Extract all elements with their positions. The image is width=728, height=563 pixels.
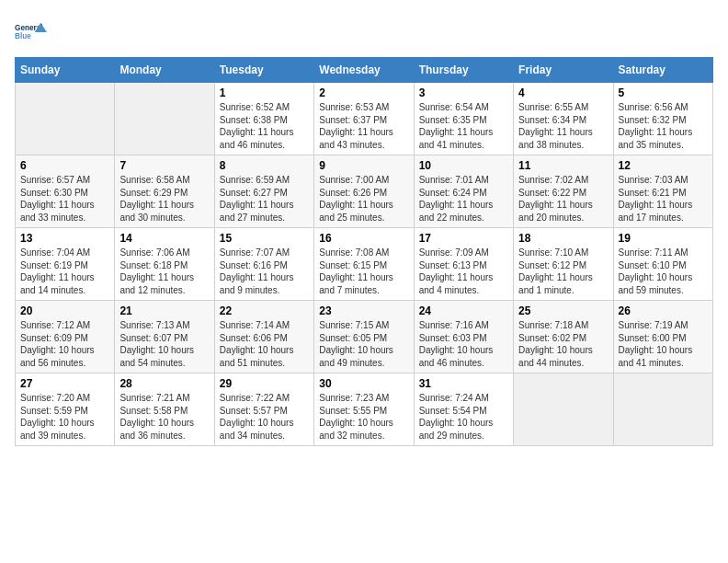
day-cell: 7Sunrise: 6:58 AM Sunset: 6:29 PM Daylig… <box>115 155 214 228</box>
day-cell: 15Sunrise: 7:07 AM Sunset: 6:16 PM Dayli… <box>214 228 313 301</box>
day-cell: 10Sunrise: 7:01 AM Sunset: 6:24 PM Dayli… <box>414 155 513 228</box>
day-number: 22 <box>220 304 309 317</box>
column-header-thursday: Thursday <box>414 58 513 83</box>
day-cell <box>115 83 214 155</box>
day-number: 20 <box>20 304 109 317</box>
week-row-3: 13Sunrise: 7:04 AM Sunset: 6:19 PM Dayli… <box>16 228 713 301</box>
day-cell: 3Sunrise: 6:54 AM Sunset: 6:35 PM Daylig… <box>414 83 513 155</box>
day-cell: 1Sunrise: 6:52 AM Sunset: 6:38 PM Daylig… <box>214 83 313 155</box>
day-number: 11 <box>518 159 608 172</box>
day-info: Sunrise: 7:21 AM Sunset: 5:58 PM Dayligh… <box>119 392 209 442</box>
day-number: 27 <box>20 377 109 390</box>
day-cell: 2Sunrise: 6:53 AM Sunset: 6:37 PM Daylig… <box>314 83 414 155</box>
day-info: Sunrise: 7:14 AM Sunset: 6:06 PM Dayligh… <box>220 319 309 369</box>
day-number: 28 <box>119 377 209 390</box>
day-cell: 23Sunrise: 7:15 AM Sunset: 6:05 PM Dayli… <box>314 301 414 373</box>
day-number: 10 <box>419 159 508 172</box>
day-cell: 26Sunrise: 7:19 AM Sunset: 6:00 PM Dayli… <box>613 301 712 373</box>
day-cell <box>514 373 613 446</box>
page-header: GeneralBlue <box>15 15 713 48</box>
day-number: 7 <box>119 159 209 172</box>
day-number: 14 <box>119 232 209 245</box>
day-info: Sunrise: 6:53 AM Sunset: 6:37 PM Dayligh… <box>319 101 408 151</box>
day-number: 19 <box>619 232 708 245</box>
week-row-4: 20Sunrise: 7:12 AM Sunset: 6:09 PM Dayli… <box>16 301 713 373</box>
day-info: Sunrise: 7:24 AM Sunset: 5:54 PM Dayligh… <box>419 392 508 442</box>
day-info: Sunrise: 7:01 AM Sunset: 6:24 PM Dayligh… <box>419 174 508 224</box>
day-info: Sunrise: 6:56 AM Sunset: 6:32 PM Dayligh… <box>619 101 708 151</box>
logo-icon: GeneralBlue <box>15 15 48 48</box>
day-info: Sunrise: 7:20 AM Sunset: 5:59 PM Dayligh… <box>20 392 109 442</box>
day-cell: 6Sunrise: 6:57 AM Sunset: 6:30 PM Daylig… <box>16 155 115 228</box>
day-info: Sunrise: 7:07 AM Sunset: 6:16 PM Dayligh… <box>220 247 309 296</box>
day-number: 31 <box>419 377 508 390</box>
day-info: Sunrise: 7:12 AM Sunset: 6:09 PM Dayligh… <box>20 319 109 369</box>
day-number: 30 <box>319 377 408 390</box>
day-cell: 19Sunrise: 7:11 AM Sunset: 6:10 PM Dayli… <box>613 228 712 301</box>
week-row-5: 27Sunrise: 7:20 AM Sunset: 5:59 PM Dayli… <box>16 373 713 446</box>
column-header-wednesday: Wednesday <box>314 58 414 83</box>
day-cell: 13Sunrise: 7:04 AM Sunset: 6:19 PM Dayli… <box>16 228 115 301</box>
week-row-1: 1Sunrise: 6:52 AM Sunset: 6:38 PM Daylig… <box>16 83 713 155</box>
day-number: 13 <box>20 232 109 245</box>
day-cell: 25Sunrise: 7:18 AM Sunset: 6:02 PM Dayli… <box>514 301 613 373</box>
day-number: 29 <box>220 377 309 390</box>
day-number: 2 <box>319 86 408 99</box>
column-header-tuesday: Tuesday <box>214 58 313 83</box>
day-cell <box>613 373 712 446</box>
day-number: 3 <box>419 86 508 99</box>
day-cell: 18Sunrise: 7:10 AM Sunset: 6:12 PM Dayli… <box>514 228 613 301</box>
day-cell: 12Sunrise: 7:03 AM Sunset: 6:21 PM Dayli… <box>613 155 712 228</box>
day-number: 23 <box>319 304 408 317</box>
day-number: 18 <box>518 232 608 245</box>
day-cell: 22Sunrise: 7:14 AM Sunset: 6:06 PM Dayli… <box>214 301 313 373</box>
day-info: Sunrise: 7:11 AM Sunset: 6:10 PM Dayligh… <box>619 247 708 296</box>
day-info: Sunrise: 7:04 AM Sunset: 6:19 PM Dayligh… <box>20 247 109 296</box>
day-info: Sunrise: 7:03 AM Sunset: 6:21 PM Dayligh… <box>619 174 708 224</box>
day-number: 25 <box>518 304 608 317</box>
day-number: 5 <box>619 86 708 99</box>
day-cell: 31Sunrise: 7:24 AM Sunset: 5:54 PM Dayli… <box>414 373 513 446</box>
day-info: Sunrise: 6:57 AM Sunset: 6:30 PM Dayligh… <box>20 174 109 224</box>
day-info: Sunrise: 7:15 AM Sunset: 6:05 PM Dayligh… <box>319 319 408 369</box>
logo: GeneralBlue <box>15 15 51 48</box>
day-cell: 20Sunrise: 7:12 AM Sunset: 6:09 PM Dayli… <box>16 301 115 373</box>
day-number: 16 <box>319 232 408 245</box>
day-info: Sunrise: 6:52 AM Sunset: 6:38 PM Dayligh… <box>220 101 309 151</box>
day-info: Sunrise: 7:19 AM Sunset: 6:00 PM Dayligh… <box>619 319 708 369</box>
day-cell: 16Sunrise: 7:08 AM Sunset: 6:15 PM Dayli… <box>314 228 414 301</box>
day-info: Sunrise: 7:00 AM Sunset: 6:26 PM Dayligh… <box>319 174 408 224</box>
day-cell: 5Sunrise: 6:56 AM Sunset: 6:32 PM Daylig… <box>613 83 712 155</box>
day-cell: 14Sunrise: 7:06 AM Sunset: 6:18 PM Dayli… <box>115 228 214 301</box>
day-number: 8 <box>220 159 309 172</box>
day-number: 15 <box>220 232 309 245</box>
day-number: 9 <box>319 159 408 172</box>
day-cell: 4Sunrise: 6:55 AM Sunset: 6:34 PM Daylig… <box>514 83 613 155</box>
day-number: 24 <box>419 304 508 317</box>
column-header-saturday: Saturday <box>613 58 712 83</box>
day-cell: 30Sunrise: 7:23 AM Sunset: 5:55 PM Dayli… <box>314 373 414 446</box>
day-number: 6 <box>20 159 109 172</box>
day-info: Sunrise: 7:06 AM Sunset: 6:18 PM Dayligh… <box>119 247 209 296</box>
day-cell: 11Sunrise: 7:02 AM Sunset: 6:22 PM Dayli… <box>514 155 613 228</box>
day-cell: 17Sunrise: 7:09 AM Sunset: 6:13 PM Dayli… <box>414 228 513 301</box>
day-number: 26 <box>619 304 708 317</box>
day-info: Sunrise: 7:13 AM Sunset: 6:07 PM Dayligh… <box>119 319 209 369</box>
day-number: 17 <box>419 232 508 245</box>
day-cell: 29Sunrise: 7:22 AM Sunset: 5:57 PM Dayli… <box>214 373 313 446</box>
day-cell: 28Sunrise: 7:21 AM Sunset: 5:58 PM Dayli… <box>115 373 214 446</box>
column-header-monday: Monday <box>115 58 214 83</box>
day-info: Sunrise: 6:59 AM Sunset: 6:27 PM Dayligh… <box>220 174 309 224</box>
day-info: Sunrise: 7:08 AM Sunset: 6:15 PM Dayligh… <box>319 247 408 296</box>
column-header-friday: Friday <box>514 58 613 83</box>
day-cell: 24Sunrise: 7:16 AM Sunset: 6:03 PM Dayli… <box>414 301 513 373</box>
day-number: 21 <box>119 304 209 317</box>
day-cell: 9Sunrise: 7:00 AM Sunset: 6:26 PM Daylig… <box>314 155 414 228</box>
day-cell <box>16 83 115 155</box>
svg-text:Blue: Blue <box>15 32 31 40</box>
column-header-sunday: Sunday <box>16 58 115 83</box>
day-number: 12 <box>619 159 708 172</box>
day-info: Sunrise: 7:23 AM Sunset: 5:55 PM Dayligh… <box>319 392 408 442</box>
day-info: Sunrise: 6:55 AM Sunset: 6:34 PM Dayligh… <box>518 101 608 151</box>
calendar-header-row: SundayMondayTuesdayWednesdayThursdayFrid… <box>16 58 713 83</box>
